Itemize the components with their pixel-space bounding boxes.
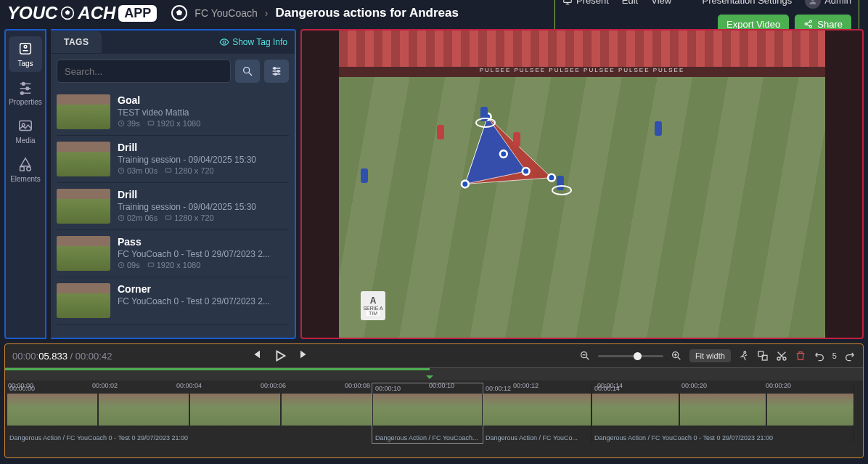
clip-thumb: [592, 394, 679, 426]
ungroup-icon[interactable]: [757, 350, 769, 362]
svg-point-63: [744, 351, 746, 354]
zoom-slider[interactable]: [598, 355, 663, 357]
svg-point-18: [26, 87, 29, 90]
clip-segment[interactable]: 00:00:14 Dangerous Action / FC YouCoach …: [591, 383, 854, 443]
chevron-right-icon: ›: [265, 7, 269, 19]
video-canvas: PULSEE PULSEE PULSEE PULSEE PULSEE PULSE…: [339, 30, 825, 338]
clip-thumb: [373, 394, 482, 426]
timeline-toolbar: 00:00:05.833 / 00:00:42 Fit width 5: [5, 344, 863, 367]
tag-subtitle: Training session - 09/04/2025 15:30: [118, 155, 256, 165]
logo-text-1: YOUC: [7, 3, 57, 23]
present-button[interactable]: Present: [562, 0, 609, 6]
show-tag-info-toggle[interactable]: Show Tag Info: [219, 37, 287, 47]
search-input[interactable]: [57, 60, 231, 83]
runner-icon[interactable]: [738, 350, 750, 362]
tab-tags[interactable]: TAGS: [51, 31, 102, 53]
zoom-in-icon[interactable]: [671, 350, 682, 362]
timeline-time: 00:00:05.833 / 00:00:42: [12, 351, 112, 362]
svg-line-62: [678, 357, 680, 359]
tag-list-item[interactable]: Goal TEST video Mattia 39s 1920 x 1080: [57, 89, 289, 136]
timeline-tick: 00:00:08: [345, 382, 429, 389]
nav-tags[interactable]: Tags: [9, 36, 42, 72]
timeline-tick: 00:00:12: [513, 382, 597, 389]
svg-point-27: [244, 68, 250, 73]
svg-rect-25: [20, 167, 25, 171]
play-button[interactable]: [272, 348, 288, 364]
tag-list-item[interactable]: Drill Training session - 09/04/2025 15:3…: [57, 136, 289, 183]
video-preview[interactable]: PULSEE PULSEE PULSEE PULSEE PULSEE PULSE…: [300, 29, 864, 339]
tag-meta: 09s 1920 x 1080: [118, 261, 270, 269]
timeline-tick: 00:00:00: [8, 382, 92, 389]
tag-list-item[interactable]: Drill Training session - 09/04/2025 15:3…: [57, 183, 289, 230]
edit-menu[interactable]: Edit: [622, 0, 638, 6]
clip-track[interactable]: 00:00:00 Dangerous Action / FC YouCoach …: [5, 380, 863, 457]
timeline-tick: 00:00:14: [597, 382, 681, 389]
clip-thumb: [767, 394, 853, 426]
step-forward-button[interactable]: [298, 348, 311, 364]
soccer-ball-icon: [60, 6, 75, 20]
page-title: Dangerous actions for Andreas: [275, 6, 459, 20]
logo-app-badge: APP: [118, 5, 157, 22]
view-menu[interactable]: View: [651, 0, 671, 6]
clip-label: Dangerous Action / FC YouCoach 0 - Test …: [9, 434, 369, 441]
tag-list-item[interactable]: Corner FC YouCoach 0 - Test 0 29/07/2023…: [57, 277, 289, 325]
svg-line-10: [807, 22, 810, 23]
nav-properties[interactable]: Properties: [9, 75, 42, 110]
svg-marker-55: [277, 351, 284, 361]
svg-point-54: [523, 168, 528, 174]
trash-icon[interactable]: [795, 350, 806, 362]
svg-point-48: [549, 175, 554, 180]
player-analysis-overlay: [448, 110, 578, 219]
undo-count: 5: [832, 351, 837, 360]
tag-title: Drill: [118, 189, 256, 200]
timeline-ruler[interactable]: [5, 367, 863, 380]
svg-line-58: [586, 357, 589, 359]
svg-point-34: [274, 73, 277, 76]
tags-panel: TAGS Show Tag Info Goal TEST video Matti…: [51, 29, 296, 339]
clip-segment[interactable]: 00:00:12 Dangerous Action / FC YouCo...: [483, 383, 591, 443]
tag-list[interactable]: Goal TEST video Mattia 39s 1920 x 1080 D…: [51, 89, 295, 338]
undo-icon[interactable]: [814, 350, 825, 362]
clip-label: Dangerous Action / FC YouCo...: [486, 434, 588, 441]
timeline-tick: 00:00:20: [766, 382, 850, 389]
svg-point-24: [27, 167, 31, 171]
timeline-tick: 00:00:04: [176, 382, 261, 389]
breadcrumb: FC YouCoach › Dangerous actions for Andr…: [195, 6, 459, 20]
svg-point-26: [223, 41, 226, 44]
breadcrumb-team[interactable]: FC YouCoach: [195, 7, 257, 19]
zoom-out-icon[interactable]: [579, 350, 591, 362]
nav-elements[interactable]: Elements: [9, 152, 42, 187]
avatar-icon: [805, 0, 821, 9]
redo-icon[interactable]: [844, 350, 856, 362]
tag-title: Goal: [118, 94, 200, 106]
clip-thumb: [7, 394, 97, 426]
tag-list-item[interactable]: Pass FC YouCoach 0 - Test 0 29/07/2023 2…: [57, 230, 289, 277]
filter-icon: [271, 65, 282, 77]
user-menu[interactable]: Admin: [805, 0, 851, 9]
svg-point-13: [24, 45, 27, 48]
cut-icon[interactable]: [776, 350, 787, 362]
timeline-tick: 00:00:10: [429, 382, 513, 389]
nav-media[interactable]: Media: [9, 113, 42, 149]
tag-meta: 02m 06s 1280 x 720: [118, 213, 256, 222]
league-badge: A SERIE A TIM: [361, 291, 385, 320]
clip-label: Dangerous Action / FC YouCoach...: [375, 434, 479, 441]
app-header: YOUC ACH APP FC YouCoach › Dangerous act…: [0, 0, 868, 26]
presentation-settings-button[interactable]: Presentation Settings: [703, 0, 793, 6]
clip-segment[interactable]: 00:00:00 Dangerous Action / FC YouCoach …: [7, 383, 372, 443]
shapes-icon: [17, 156, 33, 172]
svg-marker-23: [21, 158, 30, 166]
soccer-icon[interactable]: [171, 5, 187, 21]
search-button[interactable]: [235, 60, 260, 83]
tag-thumbnail: [57, 142, 110, 176]
fit-width-button[interactable]: Fit width: [689, 349, 731, 362]
tag-meta: 03m 00s 1280 x 720: [118, 166, 256, 175]
step-back-button[interactable]: [249, 348, 262, 364]
svg-rect-36: [148, 121, 154, 125]
clip-segment[interactable]: 00:00:10 Dangerous Action / FC YouCoach.…: [372, 383, 483, 443]
filter-button[interactable]: [264, 60, 289, 83]
svg-rect-42: [148, 263, 154, 266]
tag-thumbnail: [57, 189, 110, 224]
svg-point-16: [22, 83, 25, 86]
ad-board: PULSEE PULSEE PULSEE PULSEE PULSEE PULSE…: [339, 67, 825, 77]
